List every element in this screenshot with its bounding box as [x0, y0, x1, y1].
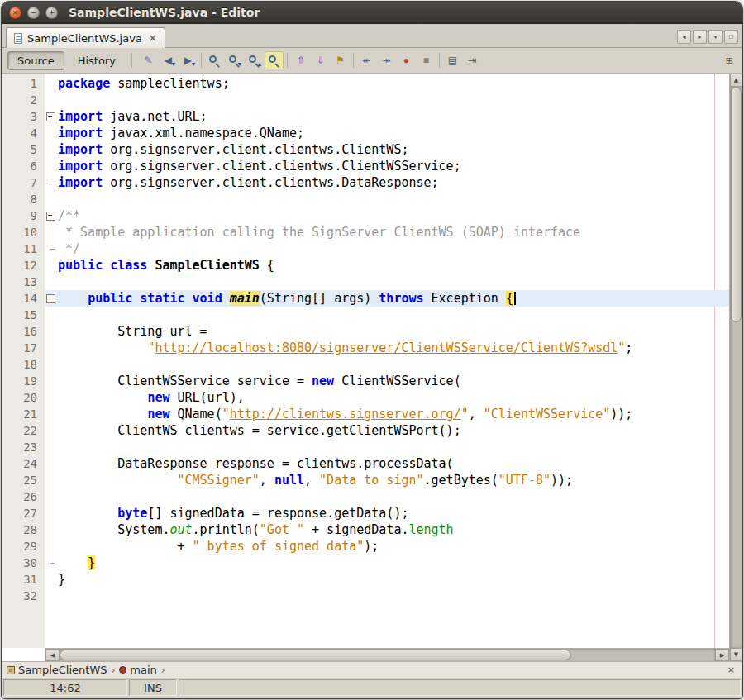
insert-mode-indicator[interactable]: INS: [129, 679, 177, 696]
find-previous-occurrence-icon[interactable]: ▴: [245, 51, 264, 69]
code-line[interactable]: 29 + " bytes of signed data");: [2, 538, 729, 555]
code-line[interactable]: 2: [2, 92, 729, 108]
horizontal-scrollbar[interactable]: ◀ ▶: [45, 648, 729, 661]
close-button[interactable]: ×: [9, 7, 21, 19]
code-line[interactable]: 6import org.signserver.client.clientws.C…: [2, 158, 729, 174]
breadcrumb-close-icon[interactable]: ×: [725, 664, 737, 675]
scroll-tabs-left-button[interactable]: ◂: [677, 30, 691, 44]
back-icon[interactable]: ◀▾: [159, 51, 178, 69]
code-line[interactable]: 20 new URL(url),: [2, 389, 729, 406]
code-line[interactable]: 25 "CMSSigner", null, "Data to sign".get…: [2, 472, 729, 488]
last-edit-icon[interactable]: ✎: [139, 51, 158, 69]
line-number[interactable]: 11: [2, 240, 45, 257]
vertical-scrollbar[interactable]: ▲ ▼: [729, 74, 742, 661]
line-number[interactable]: 6: [2, 158, 45, 174]
scroll-down-arrow-icon[interactable]: ▼: [730, 648, 742, 661]
scroll-up-arrow-icon[interactable]: ▲: [730, 74, 742, 87]
code-line[interactable]: 13: [2, 274, 729, 290]
line-number[interactable]: 3: [2, 108, 45, 125]
toggle-bookmark-icon[interactable]: ⚑: [331, 51, 350, 69]
code-line[interactable]: 22 ClientWS clientws = service.getClient…: [2, 422, 729, 439]
line-number[interactable]: 10: [2, 224, 45, 240]
find-next-occurrence-icon[interactable]: ▾: [225, 51, 244, 69]
line-number[interactable]: 23: [2, 439, 45, 455]
code-line[interactable]: 28 System.out.println("Got " + signedDat…: [2, 521, 729, 538]
scroll-tabs-right-button[interactable]: ▸: [693, 30, 707, 44]
line-number[interactable]: 12: [2, 257, 45, 274]
comment-lines-icon[interactable]: ▤: [443, 51, 462, 69]
code-line[interactable]: 10 * Sample application calling the Sign…: [2, 224, 729, 240]
scroll-left-arrow-icon[interactable]: ◀: [45, 649, 60, 661]
previous-occurrence-icon[interactable]: ⇑: [291, 51, 310, 69]
line-number[interactable]: 27: [2, 505, 45, 521]
breadcrumb-method[interactable]: main: [119, 664, 156, 676]
next-occurrence-icon[interactable]: ⇓: [311, 51, 330, 69]
line-number[interactable]: 24: [2, 455, 45, 472]
shift-right-icon[interactable]: ⇥: [463, 51, 482, 69]
code-line[interactable]: 18: [2, 356, 729, 373]
code-line[interactable]: 4import javax.xml.namespace.QName;: [2, 125, 729, 141]
line-number[interactable]: 28: [2, 521, 45, 538]
toggle-highlight-search-icon[interactable]: [265, 51, 284, 69]
line-number[interactable]: 29: [2, 538, 45, 555]
titlebar[interactable]: ×−+ SampleClientWS.java - Editor: [2, 2, 742, 24]
maximize-editor-button[interactable]: □: [724, 30, 738, 44]
line-number[interactable]: 31: [2, 571, 45, 588]
code-line[interactable]: 30 }: [2, 555, 729, 571]
line-number[interactable]: 32: [2, 588, 45, 604]
code-line[interactable]: 1package sampleclientws;: [2, 75, 729, 92]
history-view-button[interactable]: History: [69, 51, 125, 70]
code-line[interactable]: 19 ClientWSService service = new ClientW…: [2, 373, 729, 389]
line-number[interactable]: 30: [2, 555, 45, 571]
previous-bookmark-icon[interactable]: ↞: [357, 51, 376, 69]
code-line[interactable]: 15: [2, 307, 729, 323]
line-number[interactable]: 18: [2, 356, 45, 373]
line-number[interactable]: 8: [2, 191, 45, 207]
line-number[interactable]: 17: [2, 340, 45, 356]
toolbar-overflow-button[interactable]: ⊞: [723, 54, 737, 68]
line-number[interactable]: 14: [2, 290, 45, 307]
fold-collapse-icon[interactable]: [45, 207, 58, 224]
horizontal-scroll-track[interactable]: [60, 649, 715, 661]
stop-macro-icon[interactable]: ■: [417, 51, 436, 69]
code-line[interactable]: 26: [2, 488, 729, 505]
line-number[interactable]: 25: [2, 472, 45, 488]
code-line[interactable]: 23: [2, 439, 729, 455]
line-number[interactable]: 13: [2, 274, 45, 290]
line-number[interactable]: 20: [2, 389, 45, 406]
code-line[interactable]: 31}: [2, 571, 729, 588]
code-line[interactable]: 11 */: [2, 240, 729, 257]
tab-list-button[interactable]: ▾: [708, 30, 723, 44]
code-area[interactable]: 1package sampleclientws;23import java.ne…: [2, 74, 729, 648]
code-line[interactable]: 3import java.net.URL;: [2, 108, 729, 125]
line-number[interactable]: 4: [2, 125, 45, 141]
line-number[interactable]: 2: [2, 92, 45, 108]
vertical-scroll-track[interactable]: [730, 87, 742, 648]
code-line[interactable]: 14 public static void main(String[] args…: [2, 290, 729, 307]
code-line[interactable]: 32: [2, 588, 729, 604]
scroll-right-arrow-icon[interactable]: ▶: [715, 649, 729, 661]
source-view-button[interactable]: Source: [7, 51, 64, 70]
code-line[interactable]: 5import org.signserver.client.clientws.C…: [2, 141, 729, 158]
code-line[interactable]: 17 "http://localhost:8080/signserver/Cli…: [2, 340, 729, 356]
tab-close-icon[interactable]: ×: [149, 32, 157, 44]
vertical-scroll-thumb[interactable]: [731, 87, 742, 322]
record-macro-icon[interactable]: ●: [397, 51, 416, 69]
next-bookmark-icon[interactable]: ↠: [377, 51, 396, 69]
code-line[interactable]: 21 new QName("http://clientws.signserver…: [2, 406, 729, 422]
code-line[interactable]: 12public class SampleClientWS {: [2, 257, 729, 274]
code-line[interactable]: 16 String url =: [2, 323, 729, 340]
fold-collapse-icon[interactable]: [45, 290, 58, 307]
minimize-button[interactable]: −: [27, 7, 40, 19]
line-number[interactable]: 1: [2, 75, 45, 92]
code-line[interactable]: 24 DataResponse response = clientws.proc…: [2, 455, 729, 472]
fold-collapse-icon[interactable]: [45, 108, 58, 125]
breadcrumb-class[interactable]: SampleClientWS: [7, 664, 107, 676]
line-number[interactable]: 7: [2, 174, 45, 191]
line-number[interactable]: 22: [2, 422, 45, 439]
line-number[interactable]: 21: [2, 406, 45, 422]
code-line[interactable]: 9/**: [2, 207, 729, 224]
code-line[interactable]: 27 byte[] signedData = response.getData(…: [2, 505, 729, 521]
line-number[interactable]: 9: [2, 207, 45, 224]
tab-sampleclientws[interactable]: SampleClientWS.java ×: [6, 27, 165, 48]
